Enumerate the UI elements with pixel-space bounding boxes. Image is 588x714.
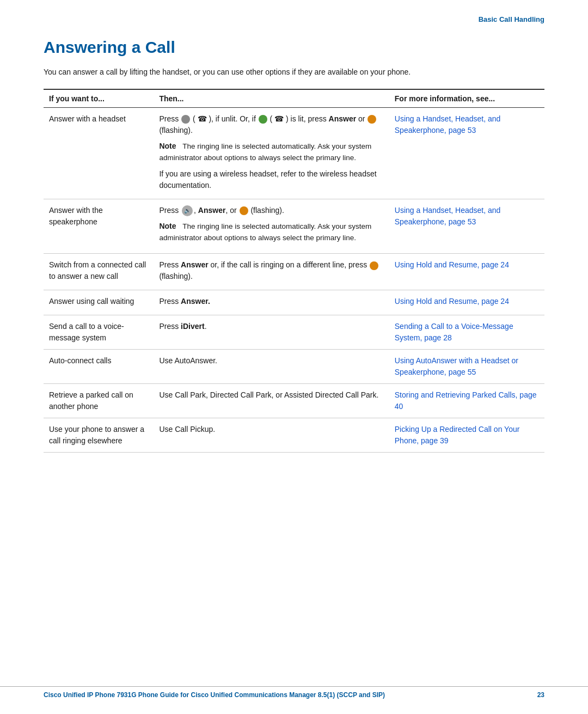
row3-see: Using Hold and Resume, page 24 xyxy=(389,254,544,290)
table-row: Auto-connect calls Use AutoAnswer. Using… xyxy=(44,350,544,384)
row5-if: Send a call to a voice-message system xyxy=(44,315,154,350)
row1-see: Using a Handset, Headset, and Speakerpho… xyxy=(389,108,544,199)
row4-see: Using Hold and Resume, page 24 xyxy=(389,290,544,315)
table-row: Retrieve a parked call on another phone … xyxy=(44,384,544,418)
row2-see: Using a Handset, Headset, and Speakerpho… xyxy=(389,199,544,254)
row3-then: Press Answer or, if the call is ringing … xyxy=(154,254,389,290)
row7-then: Use Call Park, Directed Call Park, or As… xyxy=(154,384,389,418)
row4-if: Answer using call waiting xyxy=(44,290,154,315)
answering-table: If you want to... Then... For more infor… xyxy=(44,89,544,453)
row5-then: Press iDivert. xyxy=(154,315,389,350)
row2-then: Press 🔈, Answer, or (flashing). Note The… xyxy=(154,199,389,254)
row6-then: Use AutoAnswer. xyxy=(154,350,389,384)
table-row: Use your phone to answer a call ringing … xyxy=(44,418,544,453)
row8-then: Use Call Pickup. xyxy=(154,418,389,453)
row7-if: Retrieve a parked call on another phone xyxy=(44,384,154,418)
row8-if: Use your phone to answer a call ringing … xyxy=(44,418,154,453)
note2: Note The ringing line is selected automa… xyxy=(159,221,383,244)
row4-then: Press Answer. xyxy=(154,290,389,315)
note1: Note The ringing line is selected automa… xyxy=(159,141,383,164)
gray-circle-icon xyxy=(181,115,190,124)
row4-link[interactable]: Using Hold and Resume, page 24 xyxy=(395,297,509,306)
footer-left-text: Cisco Unified IP Phone 7931G Phone Guide… xyxy=(44,691,385,699)
row3-link[interactable]: Using Hold and Resume, page 24 xyxy=(395,260,509,269)
speaker-icon: 🔈 xyxy=(182,205,193,216)
col-header-if: If you want to... xyxy=(44,89,154,108)
col-header-see: For more information, see... xyxy=(389,89,544,108)
row1-if: Answer with a headset xyxy=(44,108,154,199)
orange-circle-icon2 xyxy=(240,206,248,215)
row7-link[interactable]: Storing and Retrieving Parked Calls, pag… xyxy=(395,390,537,411)
page-title: Answering a Call xyxy=(44,38,544,57)
page-footer: Cisco Unified IP Phone 7931G Phone Guide… xyxy=(0,686,588,699)
footer-page-number: 23 xyxy=(537,691,544,699)
orange-circle-icon xyxy=(367,115,376,124)
table-row: Send a call to a voice-message system Pr… xyxy=(44,315,544,350)
row3-if: Switch from a connected call to answer a… xyxy=(44,254,154,290)
col-header-then: Then... xyxy=(154,89,389,108)
row7-see: Storing and Retrieving Parked Calls, pag… xyxy=(389,384,544,418)
table-row: Answer with a headset Press ( ☎ ), if un… xyxy=(44,108,544,199)
table-row: Answer using call waiting Press Answer. … xyxy=(44,290,544,315)
headset-symbol2: ☎ xyxy=(274,114,284,123)
intro-paragraph: You can answer a call by lifting the han… xyxy=(44,66,544,78)
row1-link[interactable]: Using a Handset, Headset, and Speakerpho… xyxy=(395,114,501,135)
table-header-row: If you want to... Then... For more infor… xyxy=(44,89,544,108)
row1-then: Press ( ☎ ), if unlit. Or, if ( ☎ ) is l… xyxy=(154,108,389,199)
row2-if: Answer with the speakerphone xyxy=(44,199,154,254)
orange-circle-icon3 xyxy=(370,261,378,270)
headset-symbol: ☎ xyxy=(198,114,207,123)
row8-see: Picking Up a Redirected Call on Your Pho… xyxy=(389,418,544,453)
green-circle-icon xyxy=(259,115,267,124)
table-row: Switch from a connected call to answer a… xyxy=(44,254,544,290)
row8-link[interactable]: Picking Up a Redirected Call on Your Pho… xyxy=(395,425,520,445)
row5-link[interactable]: Sending a Call to a Voice-Message System… xyxy=(395,322,513,342)
row5-see: Sending a Call to a Voice-Message System… xyxy=(389,315,544,350)
section-header: Basic Call Handling xyxy=(479,15,544,23)
row6-see: Using AutoAnswer with a Headset or Speak… xyxy=(389,350,544,384)
row2-link[interactable]: Using a Handset, Headset, and Speakerpho… xyxy=(395,206,501,226)
row6-link[interactable]: Using AutoAnswer with a Headset or Speak… xyxy=(395,356,518,376)
table-row: Answer with the speakerphone Press 🔈, An… xyxy=(44,199,544,254)
page-container: Basic Call Handling Answering a Call You… xyxy=(0,0,588,507)
row6-if: Auto-connect calls xyxy=(44,350,154,384)
